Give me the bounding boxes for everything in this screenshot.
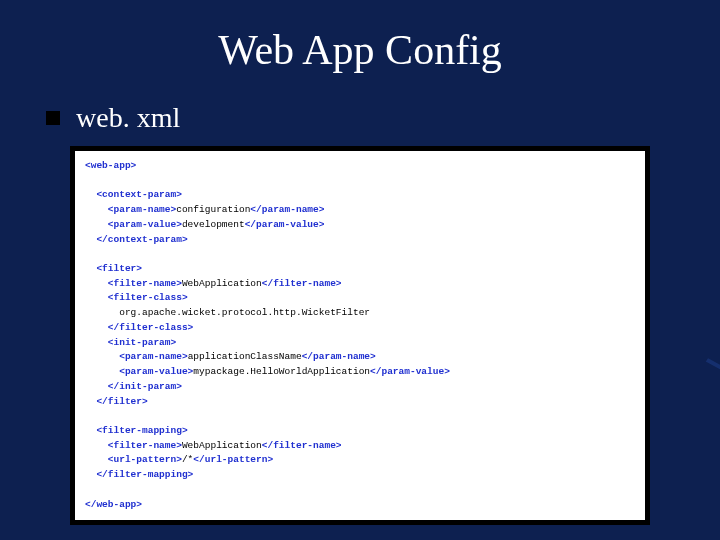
code-tag: <web-app>: [85, 160, 136, 171]
code-tag: </filter-name>: [262, 278, 342, 289]
code-text: configuration: [176, 204, 250, 215]
code-tag: <context-param>: [85, 189, 182, 200]
code-tag: <param-value>: [85, 366, 193, 377]
code-tag: </init-param>: [85, 381, 182, 392]
code-tag: <param-value>: [85, 219, 182, 230]
code-tag: </url-pattern>: [193, 454, 273, 465]
code-text: WebApplication: [182, 278, 262, 289]
code-text: WebApplication: [182, 440, 262, 451]
code-tag: <filter>: [85, 263, 142, 274]
code-text: /*: [182, 454, 193, 465]
code-tag: <filter-mapping>: [85, 425, 188, 436]
code-tag: <init-param>: [85, 337, 176, 348]
code-tag: <param-name>: [85, 351, 188, 362]
code-tag: </param-name>: [302, 351, 376, 362]
code-block: <web-app> <context-param> <param-name>co…: [75, 151, 645, 520]
square-bullet-icon: [46, 111, 60, 125]
code-text: mypackage.HelloWorldApplication: [193, 366, 370, 377]
code-tag: <filter-name>: [85, 278, 182, 289]
code-tag: </filter-mapping>: [85, 469, 193, 480]
code-tag: </param-value>: [245, 219, 325, 230]
code-tag: </param-value>: [370, 366, 450, 377]
code-text: applicationClassName: [188, 351, 302, 362]
code-tag: </filter-class>: [85, 322, 193, 333]
code-tag: </filter>: [85, 396, 148, 407]
code-tag: <filter-class>: [85, 292, 188, 303]
code-frame: <web-app> <context-param> <param-name>co…: [70, 146, 650, 525]
code-tag: </filter-name>: [262, 440, 342, 451]
code-text: org.apache.wicket.protocol.http.WicketFi…: [85, 307, 370, 318]
code-text: development: [182, 219, 245, 230]
code-tag: <url-pattern>: [85, 454, 182, 465]
code-tag: <param-name>: [85, 204, 176, 215]
code-tag: <filter-name>: [85, 440, 182, 451]
bullet-label: web. xml: [76, 102, 180, 134]
bullet-item: web. xml: [46, 102, 720, 134]
slide-title: Web App Config: [0, 0, 720, 102]
code-tag: </context-param>: [85, 234, 188, 245]
code-tag: </web-app>: [85, 499, 142, 510]
code-tag: </param-name>: [250, 204, 324, 215]
